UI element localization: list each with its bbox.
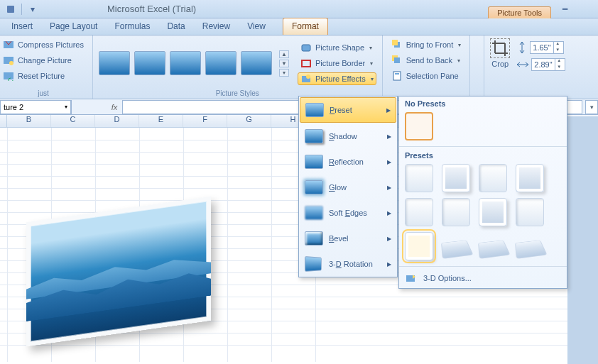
menu-label: reset xyxy=(335,106,352,114)
preset-swatch-selected[interactable] xyxy=(405,232,433,260)
ribbon-tabs: Insert Page Layout Formulas Data Review … xyxy=(0,18,598,35)
tab-page-layout[interactable]: Page Layout xyxy=(41,18,106,35)
width-icon xyxy=(517,60,528,70)
effects-menu-soft-edges[interactable]: Soft Edges▶ xyxy=(299,200,397,226)
svg-rect-13 xyxy=(393,72,401,80)
crop-icon xyxy=(490,38,510,58)
svg-rect-4 xyxy=(4,72,13,79)
selection-pane-label: Selection Pane xyxy=(406,72,459,80)
dropdown-caret-icon: ▾ xyxy=(369,45,372,51)
tab-view[interactable]: View xyxy=(239,18,274,35)
right-overflow-panel xyxy=(567,116,598,364)
spin-down-icon[interactable]: ▼ xyxy=(555,65,562,71)
shape-icon xyxy=(300,42,312,53)
effects-menu-bevel[interactable]: Bevel▶ xyxy=(299,226,397,251)
preset-swatch[interactable] xyxy=(515,240,548,258)
picture-shape-label: Picture Shape xyxy=(315,43,364,52)
effects-menu-reflection[interactable]: Reflection▶ xyxy=(299,149,397,175)
minimize-icon[interactable]: ━ xyxy=(558,4,571,14)
effects-menu-3d-rotation[interactable]: 3-D Rotation▶ xyxy=(299,251,397,277)
svg-rect-5 xyxy=(302,45,310,51)
preset-swatch[interactable] xyxy=(479,198,507,226)
svg-rect-6 xyxy=(302,60,310,67)
compress-label: Compress Pictures xyxy=(18,40,84,49)
reset-picture-label: Reset Picture xyxy=(18,72,65,80)
preset-thumb-icon xyxy=(305,103,324,117)
effects-menu-shadow[interactable]: Shadow▶ xyxy=(299,123,397,149)
selection-pane-button[interactable]: Selection Pane xyxy=(388,70,464,82)
height-input[interactable]: 1.65"▲▼ xyxy=(530,41,564,54)
gallery-down-icon[interactable]: ▼ xyxy=(279,60,289,67)
tab-formulas[interactable]: Formulas xyxy=(106,18,158,35)
compress-pictures-button[interactable]: Compress Pictures xyxy=(0,38,87,51)
col-header[interactable]: E xyxy=(139,115,183,127)
qat-save-icon[interactable] xyxy=(6,4,16,14)
reset-picture-icon xyxy=(3,70,14,82)
soft-edges-thumb-icon xyxy=(305,206,323,220)
preset-swatch[interactable] xyxy=(479,164,507,192)
preset-swatch[interactable] xyxy=(405,198,433,226)
picture-effects-label: Picture Effects xyxy=(315,75,366,83)
preset-none[interactable] xyxy=(405,112,433,140)
tab-insert[interactable]: Insert xyxy=(3,18,41,35)
send-to-back-button[interactable]: Send to Back▾ xyxy=(388,54,464,67)
preset-swatch[interactable] xyxy=(516,164,544,192)
submenu-arrow-icon: ▶ xyxy=(387,133,391,140)
gallery-more-icon[interactable]: ▾ xyxy=(279,69,289,77)
name-box-value: ture 2 xyxy=(4,103,23,111)
effects-icon xyxy=(300,73,312,84)
3d-options-button[interactable]: 3-D Options... xyxy=(399,268,567,288)
tab-format[interactable]: Format xyxy=(283,18,328,35)
preset-swatch[interactable] xyxy=(478,240,511,258)
effects-menu-glow[interactable]: Glow▶ xyxy=(299,175,397,200)
submenu-arrow-icon: ▶ xyxy=(387,184,391,191)
send-back-label: Send to Back xyxy=(406,56,452,65)
name-box-caret-icon: ▾ xyxy=(65,104,67,110)
picture-effects-button[interactable]: Picture Effects▾ xyxy=(298,72,376,85)
qat-dropdown-icon[interactable]: ▾ xyxy=(28,4,38,14)
preset-swatch[interactable] xyxy=(516,198,544,226)
col-header[interactable]: D xyxy=(95,115,139,127)
preset-swatch[interactable] xyxy=(405,164,433,192)
preset-swatch[interactable] xyxy=(442,164,470,192)
svg-rect-10 xyxy=(392,40,398,45)
submenu-arrow-icon: ▶ xyxy=(387,210,391,216)
height-icon xyxy=(517,42,527,53)
picture-border-button[interactable]: Picture Border▾ xyxy=(298,57,376,70)
inserted-picture[interactable] xyxy=(26,197,211,347)
spin-up-icon[interactable]: ▲ xyxy=(555,58,562,65)
svg-point-3 xyxy=(9,61,13,65)
style-thumb[interactable] xyxy=(241,51,272,75)
submenu-arrow-icon: ▶ xyxy=(387,236,391,242)
style-thumb[interactable] xyxy=(205,51,237,75)
col-header[interactable]: B xyxy=(7,115,51,127)
spin-up-icon[interactable]: ▲ xyxy=(554,41,561,48)
col-header[interactable]: G xyxy=(227,115,271,127)
gallery-up-icon[interactable]: ▲ xyxy=(279,50,289,58)
style-thumb[interactable] xyxy=(134,51,165,75)
style-thumb[interactable] xyxy=(99,51,130,75)
spin-down-icon[interactable]: ▼ xyxy=(554,48,561,54)
bring-to-front-button[interactable]: Bring to Front▾ xyxy=(388,38,464,51)
preset-swatch[interactable] xyxy=(441,240,474,258)
col-header[interactable]: F xyxy=(183,115,227,127)
fx-icon[interactable]: fx xyxy=(107,103,122,111)
no-presets-label: No Presets xyxy=(399,96,567,109)
style-thumb[interactable] xyxy=(170,51,201,75)
change-picture-button[interactable]: Change Picture xyxy=(0,54,87,67)
tab-data[interactable]: Data xyxy=(158,18,193,35)
effects-menu-preset[interactable]: Preset▶ xyxy=(300,97,396,123)
change-picture-icon xyxy=(3,55,14,66)
preset-swatch[interactable] xyxy=(442,198,470,226)
picture-shape-button[interactable]: Picture Shape▾ xyxy=(298,41,376,54)
width-input[interactable]: 2.89"▲▼ xyxy=(531,58,565,71)
formula-expand-icon[interactable]: ▾ xyxy=(585,100,598,114)
col-header[interactable]: C xyxy=(51,115,95,127)
app-title: Microsoft Excel (Trial) xyxy=(43,4,488,14)
tab-review[interactable]: Review xyxy=(194,18,239,35)
reset-picture-button[interactable]: Reset Picture xyxy=(0,70,87,82)
crop-button[interactable]: Crop xyxy=(490,38,510,68)
picture-style-gallery[interactable]: ▲ ▼ ▾ xyxy=(99,50,289,77)
crop-label: Crop xyxy=(491,60,509,68)
name-box[interactable]: ture 2▾ xyxy=(0,100,71,114)
